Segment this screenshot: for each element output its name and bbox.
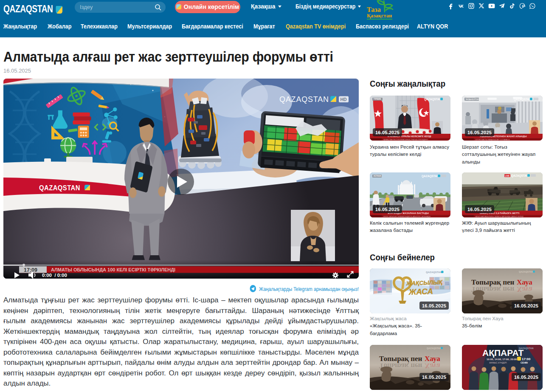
svg-text:QAZAQSTAN: QAZAQSTAN (519, 271, 533, 273)
svg-text:10:00, 14:00, 17:00, 20:00: 10:00, 14:00, 17:00, 20:00 (487, 358, 517, 361)
svg-text:АҚПАРАТ: АҚПАРАТ (482, 348, 524, 358)
svg-text:ТАЛДЫҚОРҒАН: ТАЛДЫҚОРҒАН (465, 98, 479, 100)
svg-text:Хауа: Хауа (425, 362, 440, 370)
svg-text:Хауа: Хауа (517, 278, 532, 286)
svg-text:QAZAQSTAN: QAZAQSTAN (427, 347, 441, 350)
svg-text:Хауа: Хауа (517, 285, 532, 293)
svg-text:Қазақстан: Қазақстан (367, 13, 392, 19)
svg-text:LIVE: LIVE (505, 175, 510, 177)
svg-text:Топырақ пен: Топырақ пен (471, 278, 514, 286)
svg-text:Таза: Таза (367, 6, 381, 13)
svg-text:QAZAQSTAN: QAZAQSTAN (424, 98, 442, 101)
svg-text:QAZAQSTAN: QAZAQSTAN (519, 347, 533, 350)
svg-text:БҮГІНГІ БАСТЫ ЖАҢАЛЫҚТАР ТОПТА: БҮГІНГІ БАСТЫ ЖАҢАЛЫҚТАР ТОПТАМАСЫ (476, 139, 510, 141)
svg-text:Хауа: Хауа (425, 355, 440, 363)
svg-text:QAZAQSTAN: QAZAQSTAN (514, 98, 531, 101)
svg-text:QAZAQSTAN: QAZAQSTAN (279, 95, 329, 104)
svg-text:ТҮРКИЯ: ТҮРКИЯ (374, 98, 381, 100)
svg-text:0:00 / 0:00: 0:00 / 0:00 (42, 273, 67, 278)
svg-text:ЖАСА: ЖАСА (408, 287, 433, 296)
svg-text:АУЫЛ ШАРУАШЫЛЫҒЫ САЛАСЫ ҚАРҚЫН: АУЫЛ ШАРУАШЫЛЫҒЫ САЛАСЫ ҚАРҚЫНДЫ ДАМЫП К… (476, 216, 523, 217)
svg-text:17:09: 17:09 (24, 267, 37, 273)
svg-text:QAZAQSTAN: QAZAQSTAN (426, 271, 442, 274)
svg-text:HD: HD (341, 97, 347, 102)
svg-text:КӨЛІК САЛЫҒЫН ТӨЛЕМЕГЕНДЕРГЕ А: КӨЛІК САЛЫҒЫН ТӨЛЕМЕГЕНДЕРГЕ АЙЫППҰЛ САЛ… (383, 216, 431, 217)
svg-text:ҚАЗАҚСТАН РЕСПУБЛИКАСЫНЫҢ ТҰҢҒ: ҚАЗАҚСТАН РЕСПУБЛИКАСЫНЫҢ ТҰҢҒЫШ ПРЕЗИДЕ… (383, 139, 428, 141)
svg-text:ЖҰМЫС КҮНДЕРІ: ЖҰМЫС КҮНДЕРІ (489, 361, 507, 364)
svg-text:QAZAQSTAN: QAZAQSTAN (511, 174, 529, 178)
svg-text:QAZAQSTAN: QAZAQSTAN (39, 184, 80, 192)
svg-text:АСТАНА: АСТАНА (374, 175, 382, 177)
svg-text:АЛМАТЫ ОБЛЫСЫНДА 100 КЕЛІ ЕСІР: АЛМАТЫ ОБЛЫСЫНДА 100 КЕЛІ ЕСІРТКІ ТӘРКІЛ… (51, 267, 175, 272)
svg-text:Топырақ пен: Топырақ пен (379, 355, 422, 363)
svg-text:QAZAQSTAN: QAZAQSTAN (422, 175, 439, 178)
svg-text:ЖАҚСЫЛЫҚ: ЖАҚСЫЛЫҚ (406, 279, 443, 287)
svg-text:17:00: 17:00 (522, 357, 531, 361)
svg-text:СЕНБІ: СЕНБІ (521, 361, 528, 364)
